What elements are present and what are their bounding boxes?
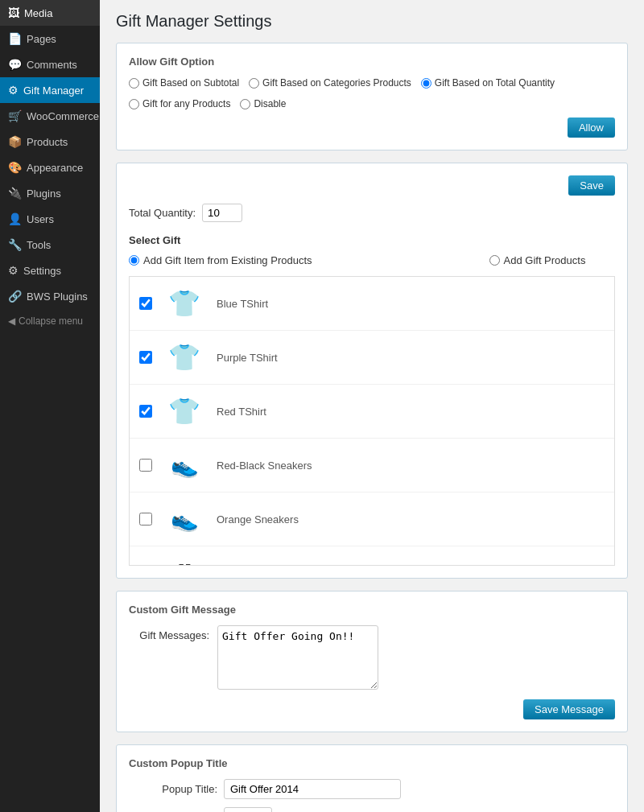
sidebar-item-label: WooCommerce xyxy=(27,110,99,122)
sidebar-item-label: BWS Plugins xyxy=(27,291,88,303)
gift-type-options: Add Gift Item from Existing Products Add… xyxy=(129,254,615,266)
sidebar-item-media[interactable]: 🖼 Media xyxy=(0,0,100,26)
products-icon: 📦 xyxy=(8,135,22,148)
table-row: 👟 Red-Black Sneakers xyxy=(130,439,614,493)
sidebar-item-bws-plugins[interactable]: 🔗 BWS Plugins xyxy=(0,283,100,309)
product-checkbox-1[interactable] xyxy=(139,297,152,310)
select-gift-title: Select Gift xyxy=(129,234,615,246)
sidebar-item-products[interactable]: 📦 Products xyxy=(0,129,100,155)
tshirt-red-icon: 👕 xyxy=(168,396,200,427)
total-quantity-label: Total Quantity: xyxy=(129,207,196,219)
allow-button[interactable]: Allow xyxy=(568,117,615,138)
allow-gift-options: Gift Based on Subtotal Gift Based on Cat… xyxy=(129,77,615,109)
woocommerce-icon: 🛒 xyxy=(8,109,22,122)
media-icon: 🖼 xyxy=(8,6,19,19)
table-row: 👕 Purple TShirt xyxy=(130,331,614,385)
popup-title-input[interactable] xyxy=(224,779,401,799)
radio-input-categories[interactable] xyxy=(249,78,259,89)
radio-input-existing[interactable] xyxy=(129,255,139,266)
radio-quantity[interactable]: Gift Based on Total Quantity xyxy=(421,77,555,89)
sunglass-black-icon: 🕶 xyxy=(173,560,196,567)
sidebar-item-label: Products xyxy=(27,136,68,148)
tools-icon: 🔧 xyxy=(8,238,22,251)
sidebar-item-label: Appearance xyxy=(27,162,83,174)
select-gift-panel: Save Total Quantity: Select Gift Add Gif… xyxy=(116,163,628,579)
sidebar-item-label: Tools xyxy=(27,239,51,251)
gift-message-panel: Custom Gift Message Gift Messages: Gift … xyxy=(116,591,628,732)
popup-title-label: Popup Title: xyxy=(129,783,217,795)
sidebar-item-gift-manager[interactable]: ⚙ Gift Manager xyxy=(0,77,100,103)
product-checkbox-2[interactable] xyxy=(139,351,152,364)
table-row: 👕 Red TShirt xyxy=(130,385,614,439)
sidebar-item-label: Plugins xyxy=(27,188,61,200)
tshirt-purple-icon: 👕 xyxy=(168,342,200,373)
radio-input-any[interactable] xyxy=(129,99,139,109)
sidebar-item-label: Comments xyxy=(27,59,77,71)
product-image-1: 👕 xyxy=(164,283,204,324)
radio-categories[interactable]: Gift Based on Categories Products xyxy=(249,77,411,89)
gift-messages-textarea[interactable]: Gift Offer Going On!! xyxy=(217,625,378,690)
bws-icon: 🔗 xyxy=(8,290,22,303)
sidebar-item-settings[interactable]: ⚙ Settings xyxy=(0,258,100,283)
font-size-input[interactable] xyxy=(224,807,272,812)
collapse-label: Collapse menu xyxy=(19,315,83,327)
gift-messages-label: Gift Messages: xyxy=(129,625,209,641)
radio-label-any: Gift for any Products xyxy=(142,98,230,109)
sidebar-item-label: Pages xyxy=(27,33,56,45)
sidebar: 🖼 Media 📄 Pages 💬 Comments ⚙ Gift Manage… xyxy=(0,0,100,812)
radio-label-existing: Add Gift Item from Existing Products xyxy=(143,254,312,266)
main-content: Gift Manager Settings Allow Gift Option … xyxy=(100,0,644,812)
product-checkbox-4[interactable] xyxy=(139,459,152,472)
radio-disable[interactable]: Disable xyxy=(240,98,286,109)
sidebar-item-label: Users xyxy=(27,213,54,225)
plugins-icon: 🔌 xyxy=(8,187,22,200)
collapse-arrow-icon: ◀ xyxy=(8,315,15,327)
radio-subtotal[interactable]: Gift Based on Subtotal xyxy=(129,77,239,89)
settings-icon: ⚙ xyxy=(8,264,19,277)
radio-any[interactable]: Gift for any Products xyxy=(129,98,230,109)
gift-message-title: Custom Gift Message xyxy=(129,604,615,616)
page-title: Gift Manager Settings xyxy=(116,12,628,31)
radio-input-add[interactable] xyxy=(489,255,500,266)
product-image-6: 🕶 xyxy=(164,553,204,566)
product-image-3: 👕 xyxy=(164,391,204,431)
radio-label-add: Add Gift Products xyxy=(504,254,586,266)
sidebar-item-users[interactable]: 👤 Users xyxy=(0,206,100,232)
sidebar-item-pages[interactable]: 📄 Pages xyxy=(0,26,100,52)
sidebar-item-label: Gift Manager xyxy=(23,84,84,97)
pages-icon: 📄 xyxy=(8,32,22,45)
comments-icon: 💬 xyxy=(8,58,22,71)
sidebar-item-appearance[interactable]: 🎨 Appearance xyxy=(0,155,100,180)
radio-add-products[interactable]: Add Gift Products xyxy=(489,254,586,266)
collapse-menu[interactable]: ◀ Collapse menu xyxy=(0,309,100,333)
tshirt-blue-icon: 👕 xyxy=(168,288,200,319)
sneaker-dark-icon: 👟 xyxy=(171,452,199,479)
allow-gift-title: Allow Gift Option xyxy=(129,56,615,68)
product-name-4: Red-Black Sneakers xyxy=(217,460,312,472)
radio-input-subtotal[interactable] xyxy=(129,78,139,89)
sidebar-item-plugins[interactable]: 🔌 Plugins xyxy=(0,180,100,206)
radio-label-subtotal: Gift Based on Subtotal xyxy=(142,77,239,89)
sidebar-item-tools[interactable]: 🔧 Tools xyxy=(0,232,100,258)
radio-input-disable[interactable] xyxy=(240,99,250,109)
sidebar-item-comments[interactable]: 💬 Comments xyxy=(0,52,100,77)
product-image-4: 👟 xyxy=(164,445,204,485)
sidebar-item-woocommerce[interactable]: 🛒 WooCommerce xyxy=(0,103,100,129)
product-name-2: Purple TShirt xyxy=(217,352,278,364)
table-row: 🕶 Black Sunglass xyxy=(130,546,614,566)
product-checkbox-5[interactable] xyxy=(139,513,152,526)
sidebar-item-label: Settings xyxy=(23,265,61,277)
product-image-2: 👕 xyxy=(164,337,204,377)
product-list: 👕 Blue TShirt 👕 Purple TShirt 👕 Red TShi… xyxy=(129,276,615,566)
product-name-1: Blue TShirt xyxy=(217,298,268,310)
table-row: 👕 Blue TShirt xyxy=(130,277,614,331)
total-quantity-input[interactable] xyxy=(202,204,242,222)
radio-input-quantity[interactable] xyxy=(421,78,431,89)
radio-existing-products[interactable]: Add Gift Item from Existing Products xyxy=(129,254,312,266)
product-checkbox-3[interactable] xyxy=(139,405,152,418)
save-message-button[interactable]: Save Message xyxy=(523,699,615,719)
save-button[interactable]: Save xyxy=(568,175,615,196)
radio-label-quantity: Gift Based on Total Quantity xyxy=(435,77,555,89)
sidebar-item-label: Media xyxy=(24,7,52,19)
popup-title-section-title: Custom Popup Title xyxy=(129,757,615,769)
